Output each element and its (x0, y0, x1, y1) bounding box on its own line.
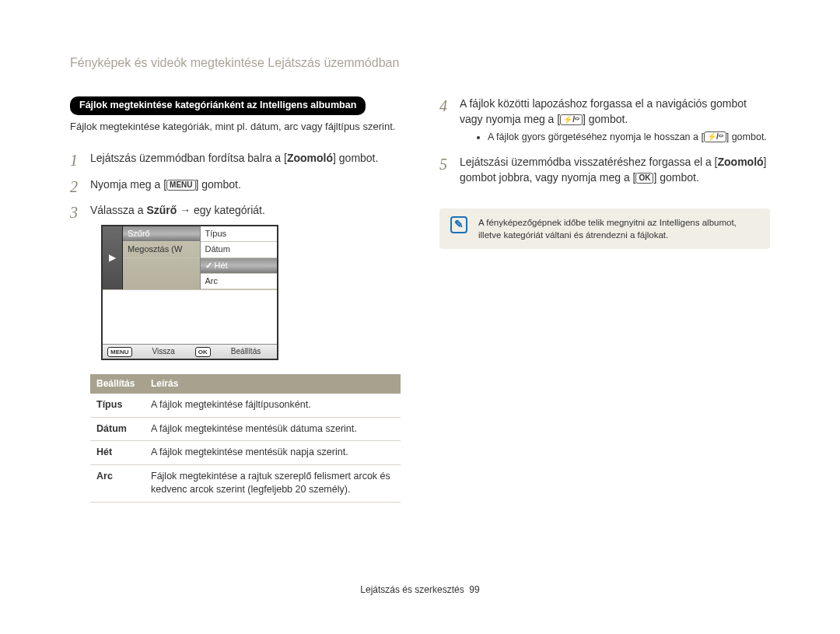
ok-key-icon: OK (635, 173, 653, 184)
flash-wifi-key-icon: ⚡/⌔ (560, 114, 583, 126)
settings-table: Beállítás Leírás TípusA fájlok megtekint… (90, 374, 401, 502)
note-text: A fényképezőgépnek időbe telik megnyitni… (478, 216, 759, 241)
th-beallitas: Beállítás (90, 374, 145, 394)
info-icon: ✎ (450, 216, 467, 233)
ui-ok-label: Beállítás (231, 346, 261, 357)
ui-right-tipus: Típus (201, 226, 278, 242)
step-2: Nyomja meg a [MENU] gombot. (70, 177, 401, 193)
ui-right-het: Hét (201, 258, 278, 274)
ui-right-datum: Dátum (201, 242, 278, 257)
ui-right-arc: Arc (201, 274, 278, 289)
page-footer: Lejátszás és szerkesztés 99 (70, 583, 770, 597)
camera-ui-screenshot: ▶ Szűrő Megosztás (W Típus Dátum Hét Arc (101, 225, 278, 361)
menu-button-icon: MENU (107, 347, 132, 357)
step-1: Lejátszás üzemmódban fordítsa balra a [Z… (70, 151, 401, 166)
step-3: Válassza a Szűrő → egy kategóriát. ▶ Szű… (70, 203, 401, 502)
right-column: A fájlok közötti lapozáshoz forgassa el … (439, 96, 770, 513)
table-row: TípusA fájlok megtekintése fájltípusonké… (90, 394, 401, 417)
th-leiras: Leírás (145, 374, 401, 394)
play-mode-icon: ▶ (103, 226, 123, 290)
step-4-bullet: A fájlok gyors görgetéséhez nyomja le ho… (488, 131, 770, 145)
ok-button-icon: OK (195, 347, 211, 357)
note-box: ✎ A fényképezőgépnek időbe telik megnyit… (439, 208, 770, 249)
ui-left-szuro: Szűrő (123, 226, 200, 242)
page-title: Fényképek és videók megtekintése Lejátsz… (70, 54, 770, 72)
ui-left-megosztas: Megosztás (W (123, 242, 200, 257)
menu-key-icon: MENU (166, 180, 195, 191)
ui-back-label: Vissza (152, 346, 175, 357)
step-4: A fájlok közötti lapozáshoz forgassa el … (439, 96, 770, 144)
intro-text: Fájlok megtekintése kategóriák, mint pl.… (70, 120, 401, 134)
left-column: Fájlok megtekintése kategóriánként az In… (70, 96, 401, 513)
section-heading-pill: Fájlok megtekintése kategóriánként az In… (70, 96, 366, 115)
table-row: ArcFájlok megtekintése a rajtuk szereplő… (90, 464, 401, 502)
flash-wifi-key-icon: ⚡/⌔ (704, 131, 726, 143)
step-5: Lejátszási üzemmódba visszatéréshez forg… (439, 155, 770, 185)
table-row: HétA fájlok megtekintése mentésük napja … (90, 441, 401, 465)
table-row: DátumA fájlok megtekintése mentésük dátu… (90, 417, 401, 441)
